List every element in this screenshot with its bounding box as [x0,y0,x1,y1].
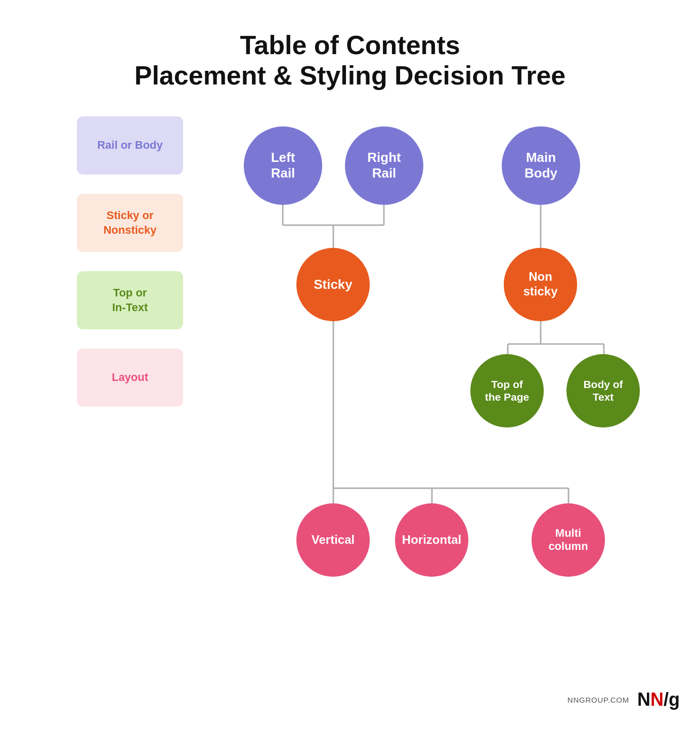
node-left-rail: LeftRail [244,126,322,205]
node-sticky: Sticky [296,248,370,321]
node-vertical: Vertical [296,503,370,577]
footer-url: NNGROUP.COM [567,696,629,704]
node-non-sticky: Nonsticky [504,248,577,321]
node-horizontal: Horizontal [395,503,468,577]
logo-n2: N [650,689,664,710]
logo-g: g [669,689,680,710]
title-line2: Placement & Styling Decision Tree [82,61,618,91]
logo-n1: N [637,689,650,710]
legend-layout: Layout [77,349,183,407]
page-title: Table of Contents Placement & Styling De… [82,30,618,91]
legend-sticky: Sticky orNonsticky [77,194,183,252]
footer: NNGROUP.COM NN/g [567,691,680,709]
node-body-of-text: Body ofText [566,354,640,427]
node-right-rail: RightRail [345,126,423,205]
logo-slash: / [664,689,669,710]
title-line1: Table of Contents [82,30,618,61]
footer-logo: NN/g [637,691,680,709]
node-main-body: MainBody [502,126,580,205]
legend: Rail or Body Sticky orNonsticky Top orIn… [77,116,183,407]
node-top-of-page: Top ofthe Page [470,354,544,427]
tree-diagram: LeftRail RightRail MainBody Sticky Nonst… [203,126,618,592]
node-multicolumn: Multicolumn [532,503,605,577]
legend-top-intext: Top orIn-Text [77,271,183,329]
legend-rail-body: Rail or Body [77,116,183,175]
